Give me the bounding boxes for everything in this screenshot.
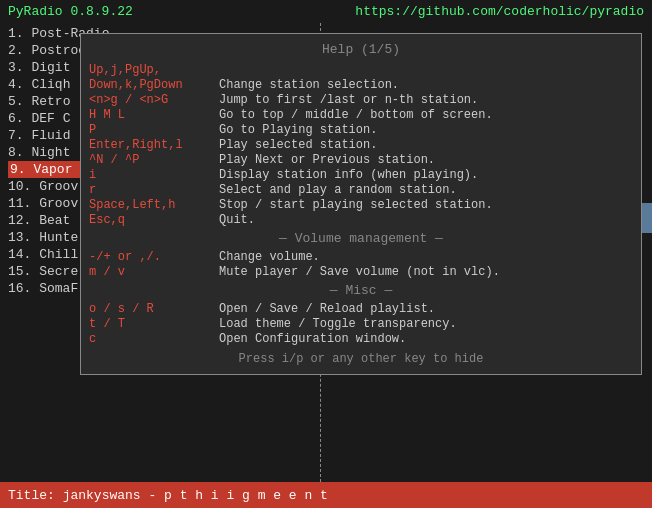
station-name: SomaF [39, 281, 78, 296]
station-name: Cliqh [31, 77, 70, 92]
help-desc-p: Go to Playing station. [219, 123, 377, 137]
help-desc-tt: Load theme / Toggle transparency. [219, 317, 457, 331]
help-key-np: ^N / ^P [89, 153, 219, 167]
help-desc-hml: Go to top / middle / bottom of screen. [219, 108, 493, 122]
github-link: https://github.com/coderholic/pyradio [355, 4, 644, 19]
help-key-ng: <n>g / <n>G [89, 93, 219, 107]
station-number: 10. [8, 179, 31, 194]
help-row-vol: -/+ or ,/. Change volume. [89, 250, 633, 264]
help-key-enter: Enter,Right,l [89, 138, 219, 152]
help-key-esc: Esc,q [89, 213, 219, 227]
status-label: Title: [8, 488, 55, 503]
station-name: Beat [39, 213, 70, 228]
station-name: Chill [39, 247, 78, 262]
help-desc-ng: Jump to first /last or n-th station. [219, 93, 478, 107]
status-bar: Title: jankyswans - p t h i i g m e e n … [0, 482, 652, 508]
station-number: 4. [8, 77, 24, 92]
misc-section-title: — Misc — [89, 283, 633, 298]
help-desc-c: Open Configuration window. [219, 332, 406, 346]
help-key-up: Up,j,PgUp, [89, 63, 219, 77]
help-row-down: Down,k,PgDown Change station selection. [89, 78, 633, 92]
help-desc-mute: Mute player / Save volume (not in vlc). [219, 265, 500, 279]
station-number: 9. [10, 162, 26, 177]
station-number: 3. [8, 60, 24, 75]
help-key-down: Down,k,PgDown [89, 78, 219, 92]
help-row-enter: Enter,Right,l Play selected station. [89, 138, 633, 152]
help-title: Help (1/5) [89, 42, 633, 57]
station-number: 12. [8, 213, 31, 228]
station-number: 15. [8, 264, 31, 279]
station-name: Retro [31, 94, 70, 109]
help-row-tt: t / T Load theme / Toggle transparency. [89, 317, 633, 331]
help-row-esc: Esc,q Quit. [89, 213, 633, 227]
help-row-up: Up,j,PgUp, [89, 63, 633, 77]
station-name: Hunte [39, 230, 78, 245]
station-number: 7. [8, 128, 24, 143]
station-number: 6. [8, 111, 24, 126]
station-number: 2. [8, 43, 24, 58]
help-row-p: P Go to Playing station. [89, 123, 633, 137]
station-number: 8. [8, 145, 24, 160]
help-key-i: i [89, 168, 219, 182]
help-desc-i: Display station info (when playing). [219, 168, 478, 182]
help-desc-np: Play Next or Previous station. [219, 153, 435, 167]
station-number: 16. [8, 281, 31, 296]
help-row-hml: H M L Go to top / middle / bottom of scr… [89, 108, 633, 122]
help-key-r: r [89, 183, 219, 197]
help-key-p: P [89, 123, 219, 137]
header: PyRadio 0.8.9.22 https://github.com/code… [0, 0, 652, 23]
station-name: Secre [39, 264, 78, 279]
help-row-osr: o / s / R Open / Save / Reload playlist. [89, 302, 633, 316]
help-row-i: i Display station info (when playing). [89, 168, 633, 182]
station-name: Night [31, 145, 70, 160]
help-key-space: Space,Left,h [89, 198, 219, 212]
station-number: 5. [8, 94, 24, 109]
status-value: jankyswans - p t h i i g m e e n t [63, 488, 328, 503]
help-desc-space: Stop / start playing selected station. [219, 198, 493, 212]
help-footer: Press i/p or any other key to hide [89, 352, 633, 366]
help-key-mute: m / v [89, 265, 219, 279]
help-row-r: r Select and play a random station. [89, 183, 633, 197]
station-name: Digit [31, 60, 70, 75]
help-desc-vol: Change volume. [219, 250, 320, 264]
help-row-mute: m / v Mute player / Save volume (not in … [89, 265, 633, 279]
station-name: DEF C [31, 111, 70, 126]
station-name: Groov [39, 179, 78, 194]
main-area: 1. Post-Radio2. Postrocks.me3. Digit4. C… [0, 23, 652, 482]
help-desc-down: Change station selection. [219, 78, 399, 92]
station-number: 11. [8, 196, 31, 211]
app-title: PyRadio 0.8.9.22 [8, 4, 133, 19]
volume-section-title: — Volume management — [89, 231, 633, 246]
help-desc-osr: Open / Save / Reload playlist. [219, 302, 435, 316]
station-name: Fluid [31, 128, 70, 143]
station-number: 14. [8, 247, 31, 262]
help-desc-esc: Quit. [219, 213, 255, 227]
help-desc-r: Select and play a random station. [219, 183, 457, 197]
help-key-c: c [89, 332, 219, 346]
help-key-hml: H M L [89, 108, 219, 122]
help-row-c: c Open Configuration window. [89, 332, 633, 346]
help-row-ng: <n>g / <n>G Jump to first /last or n-th … [89, 93, 633, 107]
station-number: 13. [8, 230, 31, 245]
station-name: Vapor [33, 162, 72, 177]
help-key-osr: o / s / R [89, 302, 219, 316]
help-row-space: Space,Left,h Stop / start playing select… [89, 198, 633, 212]
help-key-vol: -/+ or ,/. [89, 250, 219, 264]
help-row-np: ^N / ^P Play Next or Previous station. [89, 153, 633, 167]
station-name: Groov [39, 196, 78, 211]
station-number: 1. [8, 26, 24, 41]
help-desc-enter: Play selected station. [219, 138, 377, 152]
help-key-tt: t / T [89, 317, 219, 331]
help-panel: Help (1/5) Up,j,PgUp, Down,k,PgDown Chan… [80, 33, 642, 375]
app: PyRadio 0.8.9.22 https://github.com/code… [0, 0, 652, 508]
